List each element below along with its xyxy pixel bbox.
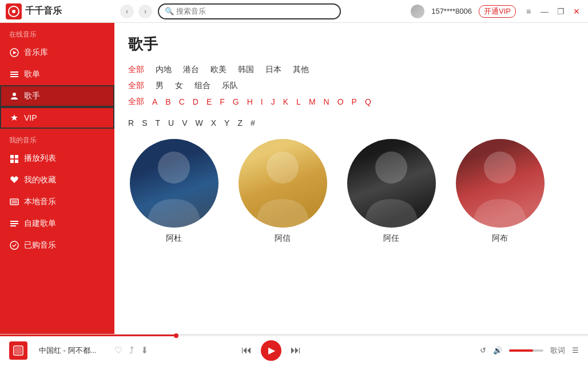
play-list-icon [9, 153, 19, 164]
alpha-filter-item[interactable]: J [271, 97, 275, 106]
alpha-filter-item[interactable]: V [182, 118, 187, 128]
alpha-filter-item[interactable]: L [296, 97, 301, 106]
like-button[interactable]: ♡ [114, 345, 122, 356]
alpha-filter-item[interactable]: R [128, 118, 134, 128]
region-filter-item[interactable]: 日本 [265, 65, 281, 75]
artist-icon [9, 91, 19, 101]
artist-card[interactable]: 阿杜 [128, 139, 220, 244]
volume-slider[interactable] [509, 349, 543, 352]
alpha-filter-item[interactable]: Y [224, 118, 229, 128]
gender-filter-item[interactable]: 乐队 [222, 81, 238, 91]
gender-filter-item[interactable]: 男 [156, 81, 164, 91]
sidebar-label-vip: VIP [24, 113, 37, 122]
menu-icon[interactable]: ≡ [523, 6, 534, 17]
search-bar[interactable]: 🔍 [158, 3, 341, 19]
sidebar-item-local[interactable]: 本地音乐 [0, 191, 114, 213]
music-lib-icon [9, 47, 19, 58]
alpha-filter-item[interactable]: B [165, 97, 170, 106]
sidebar-label-custom-list: 自建歌单 [24, 218, 56, 229]
repeat-button[interactable]: ↺ [480, 346, 486, 355]
artist-name: 阿杜 [166, 233, 182, 244]
player-progress-track[interactable] [0, 335, 588, 336]
alpha-filter-item[interactable]: U [168, 118, 174, 128]
titlebar-right: 157****8006 开通VIP ≡ — ❐ ✕ [411, 5, 582, 18]
alpha-filter-item[interactable]: S [142, 118, 147, 128]
alpha-filter-item[interactable]: T [155, 118, 160, 128]
sidebar-item-purchased[interactable]: 已购音乐 [0, 234, 114, 256]
alpha-filter-item[interactable]: I [261, 97, 263, 106]
vip-button[interactable]: 开通VIP [479, 5, 516, 18]
favorites-icon [9, 175, 19, 185]
alpha-filter-item[interactable]: G [233, 97, 239, 106]
alpha-filter-item[interactable]: H [247, 97, 253, 106]
svg-rect-6 [10, 76, 18, 77]
svg-rect-5 [10, 74, 18, 75]
queue-button[interactable]: ☰ [572, 346, 579, 355]
alpha-filter-item[interactable]: N [324, 97, 329, 106]
minimize-button[interactable]: — [539, 6, 550, 17]
gender-filter-item[interactable]: 组合 [194, 81, 210, 91]
gender-filter-item[interactable]: 全部 [128, 81, 144, 91]
play-button[interactable]: ▶ [261, 340, 281, 361]
sidebar-item-artist[interactable]: 歌手 [0, 85, 114, 107]
window-controls: ≡ — ❐ ✕ [523, 6, 582, 17]
region-filter-item[interactable]: 其他 [293, 65, 309, 75]
region-filter-item[interactable]: 全部 [128, 65, 144, 75]
alpha-filter-item[interactable]: X [211, 118, 216, 128]
alpha-filter-item[interactable]: D [193, 97, 198, 106]
artist-card[interactable]: 阿任 [345, 139, 437, 244]
alpha-filter-item[interactable]: M [309, 97, 316, 106]
alpha-filter-item[interactable]: K [283, 97, 288, 106]
alpha-filter-item[interactable]: W [196, 118, 203, 128]
alpha-filter-item[interactable]: Z [237, 118, 243, 128]
player-song-info: 中国红 - 阿不都... [39, 345, 108, 356]
svg-rect-14 [10, 221, 18, 222]
next-button[interactable]: ⏭ [291, 344, 301, 356]
share-button[interactable]: ⤴ [129, 345, 134, 356]
alpha-filter-item[interactable]: P [352, 97, 357, 106]
forward-button[interactable]: › [138, 5, 152, 18]
alpha-filter-item[interactable]: 全部 [128, 97, 144, 107]
region-filter-item[interactable]: 港台 [183, 65, 199, 75]
sidebar-item-music-lib[interactable]: 音乐库 [0, 42, 114, 63]
sidebar-item-custom-list[interactable]: 自建歌单 [0, 213, 114, 234]
logo-icon [6, 3, 22, 19]
search-input[interactable] [176, 7, 334, 15]
alpha-filter-item[interactable]: E [206, 97, 212, 106]
alpha-filter-item[interactable]: Q [365, 97, 371, 106]
back-button[interactable]: ‹ [120, 5, 134, 18]
purchased-icon [9, 240, 19, 250]
artist-card[interactable]: 阿信 [237, 139, 328, 244]
sidebar-item-play-list[interactable]: 播放列表 [0, 148, 114, 169]
filter-gender: 全部男女组合乐队 [128, 81, 574, 91]
alpha-filter-item[interactable]: C [179, 97, 185, 106]
playlist-icon [9, 69, 19, 79]
play-icon: ▶ [268, 345, 275, 356]
region-filter-item[interactable]: 欧美 [210, 65, 227, 75]
alpha-filter-item[interactable]: F [220, 97, 225, 106]
sidebar-label-playlist: 歌单 [24, 69, 40, 79]
search-icon: 🔍 [165, 7, 174, 15]
artist-card[interactable]: 阿布 [454, 139, 546, 244]
sidebar-item-vip[interactable]: VIP [0, 107, 114, 129]
download-button[interactable]: ⬇ [141, 345, 148, 356]
sidebar-item-playlist[interactable]: 歌单 [0, 63, 114, 85]
alpha-filter-item[interactable]: A [152, 97, 157, 106]
region-filter-item[interactable]: 内地 [156, 65, 172, 75]
close-button[interactable]: ✕ [571, 6, 582, 17]
region-filter-item[interactable]: 韩国 [238, 65, 254, 75]
filter-region: 全部内地港台欧美韩国日本其他 [128, 65, 574, 75]
volume-icon: 🔊 [493, 346, 502, 355]
player-controls: ⏮ ▶ ⏭ [241, 340, 301, 361]
app-logo: 千千音乐 [6, 3, 120, 19]
gender-filter-item[interactable]: 女 [175, 81, 183, 91]
restore-button[interactable]: ❐ [555, 6, 566, 17]
svg-rect-9 [15, 155, 18, 158]
alpha-filter-item[interactable]: O [337, 97, 344, 106]
prev-button[interactable]: ⏮ [241, 344, 252, 356]
artist-avatar [456, 139, 545, 228]
alpha-filter-item[interactable]: # [251, 118, 255, 128]
lyrics-button[interactable]: 歌词 [550, 345, 565, 356]
artist-name: 阿信 [275, 233, 291, 244]
sidebar-item-favorites[interactable]: 我的收藏 [0, 169, 114, 191]
